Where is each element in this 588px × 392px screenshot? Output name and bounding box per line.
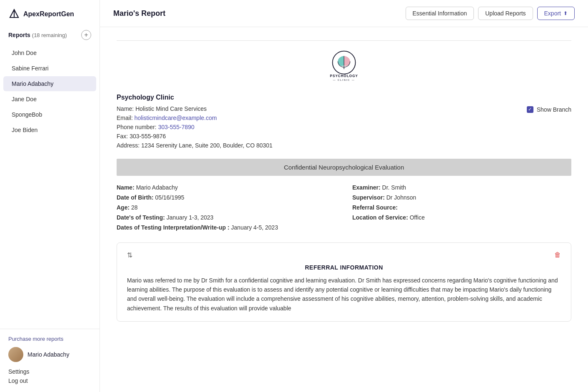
upload-reports-button[interactable]: Upload Reports — [478, 7, 533, 20]
supervisor-value: Dr Johnson — [386, 194, 416, 201]
clinic-email-link[interactable]: holisticmindcare@example.com — [135, 115, 217, 121]
sidebar-item-spongebob[interactable]: SpongeBob — [3, 107, 96, 122]
location-label: Location of Service: — [352, 214, 408, 221]
testing-dates-field: Date's of Testing: January 1-3, 2023 — [117, 214, 336, 221]
clinic-fax-value: 303-555-9876 — [130, 133, 166, 140]
referral-section-title: REFERRAL INFORMATION — [127, 264, 561, 271]
clinic-phone-link[interactable]: 303-555-7890 — [158, 124, 194, 130]
purchase-reports-link[interactable]: Purchase more reports — [8, 336, 91, 342]
dob-value: 05/16/1995 — [155, 194, 184, 201]
sidebar-item-john-doe[interactable]: John Doe — [3, 45, 96, 60]
top-divider — [117, 40, 571, 41]
supervisor-field: Supervisor: Dr Johnson — [352, 194, 571, 201]
app-name: ApexReportGen — [23, 10, 74, 18]
referral-section-body: Mario was referred to me by Dr Smith for… — [127, 276, 561, 313]
testing-dates-label: Date's of Testing: — [117, 214, 165, 221]
reports-section-title: Reports — [8, 32, 30, 38]
user-display-name: Mario Adabachy — [27, 351, 69, 358]
patient-name-label: Name: — [117, 184, 135, 191]
topbar: Mario's Report Essential Information Upl… — [100, 0, 588, 27]
clinic-address-value: 1234 Serenity Lane, Suite 200, Boulder, … — [141, 142, 272, 149]
clinic-address-field: Address: 1234 Serenity Lane, Suite 200, … — [117, 142, 571, 149]
avatar-image — [8, 347, 23, 362]
patient-info-grid: Name: Mario Adabachy Examiner: Dr. Smith… — [117, 184, 571, 231]
clinic-email-label: Email: — [117, 115, 133, 121]
content-area: PSYCHOLOGY — CLINIC — Psychology Clinic … — [100, 27, 588, 392]
export-icon: ⬆ — [563, 10, 568, 16]
logout-link[interactable]: Log out — [8, 376, 91, 385]
clinic-name-label: Name: — [117, 105, 134, 112]
interp-dates-field: Dates of Testing Interpretation/Write-up… — [117, 224, 571, 231]
evaluation-header: Confidential Neuropsychological Evaluati… — [117, 159, 571, 176]
referral-source-field: Referral Source: — [352, 204, 571, 211]
add-report-button[interactable]: + — [81, 30, 91, 40]
clinic-name-value: Holistic Mind Care Services — [135, 105, 207, 112]
examiner-field: Examiner: Dr. Smith — [352, 184, 571, 191]
show-branch-area: Show Branch — [527, 106, 571, 113]
patient-name-field: Name: Mario Adabachy — [117, 184, 336, 191]
sidebar-item-jane-doe[interactable]: Jane Doe — [3, 92, 96, 107]
sidebar: ApexReportGen Reports (18 remaining) + J… — [0, 0, 100, 392]
examiner-label: Examiner: — [352, 184, 381, 191]
clinic-section-title: Psychology Clinic — [117, 94, 571, 101]
interp-dates-value: January 4-5, 2023 — [231, 224, 278, 231]
patient-name-value: Mario Adabachy — [136, 184, 178, 191]
clinic-fax-field: Fax: 303-555-9876 — [117, 133, 571, 140]
age-value: 28 — [131, 204, 138, 211]
clinic-logo-area: PSYCHOLOGY — CLINIC — — [117, 49, 571, 84]
show-branch-label: Show Branch — [537, 106, 571, 113]
card-toolbar: ⇅ 🗑 — [127, 251, 561, 259]
avatar — [8, 347, 23, 362]
svg-text:— CLINIC —: — CLINIC — — [333, 79, 355, 81]
location-value: Office — [410, 214, 425, 221]
sidebar-item-mario-adabachy[interactable]: Mario Adabachy — [3, 76, 96, 91]
dob-label: Date of Birth: — [117, 194, 154, 201]
app-logo: ApexReportGen — [0, 0, 100, 27]
clinic-logo-svg: PSYCHOLOGY — CLINIC — — [321, 49, 367, 84]
referral-section-card: ⇅ 🗑 REFERRAL INFORMATION Mario was refer… — [117, 242, 571, 322]
logo-icon — [8, 8, 20, 20]
reports-list: John Doe Sabine Ferrari Mario Adabachy J… — [0, 42, 100, 329]
age-label: Age: — [117, 204, 130, 211]
age-field: Age: 28 — [117, 204, 336, 211]
export-label: Export — [544, 10, 561, 17]
clinic-phone-field: Phone number: 303-555-7890 — [117, 124, 571, 130]
user-row: Mario Adabachy — [8, 347, 91, 362]
dob-field: Date of Birth: 05/16/1995 — [117, 194, 336, 201]
export-button[interactable]: Export ⬆ — [537, 7, 575, 20]
topbar-actions: Essential Information Upload Reports Exp… — [406, 7, 575, 20]
clinic-address-label: Address: — [117, 142, 140, 149]
sidebar-item-sabine-ferrari[interactable]: Sabine Ferrari — [3, 61, 96, 76]
location-field: Location of Service: Office — [352, 214, 571, 221]
sidebar-item-joe-biden[interactable]: Joe Biden — [3, 122, 96, 137]
settings-link[interactable]: Settings — [8, 367, 91, 376]
examiner-value: Dr. Smith — [382, 184, 406, 191]
interp-dates-label: Dates of Testing Interpretation/Write-up… — [117, 224, 229, 231]
delete-icon[interactable]: 🗑 — [554, 251, 561, 259]
sidebar-bottom: Purchase more reports Mario Adabachy Set… — [0, 329, 100, 392]
sort-icon[interactable]: ⇅ — [127, 251, 132, 259]
essential-information-button[interactable]: Essential Information — [406, 7, 474, 20]
supervisor-label: Supervisor: — [352, 194, 385, 201]
clinic-email-field: Email: holisticmindcare@example.com — [117, 115, 571, 121]
svg-text:PSYCHOLOGY: PSYCHOLOGY — [330, 74, 358, 78]
report-title: Mario's Report — [113, 9, 165, 18]
testing-dates-value: January 1-3, 2023 — [167, 214, 214, 221]
reports-count: (18 remaining) — [32, 32, 67, 38]
clinic-name-field: Name: Holistic Mind Care Services — [117, 105, 571, 112]
main-content: Mario's Report Essential Information Upl… — [100, 0, 588, 392]
clinic-phone-label: Phone number: — [117, 124, 157, 130]
clinic-fax-label: Fax: — [117, 133, 128, 140]
reports-section-header: Reports (18 remaining) + — [0, 27, 100, 42]
clinic-info-block: Psychology Clinic Show Branch Name: Holi… — [117, 94, 571, 149]
referral-source-label: Referral Source: — [352, 204, 398, 211]
show-branch-checkbox[interactable] — [527, 106, 533, 113]
